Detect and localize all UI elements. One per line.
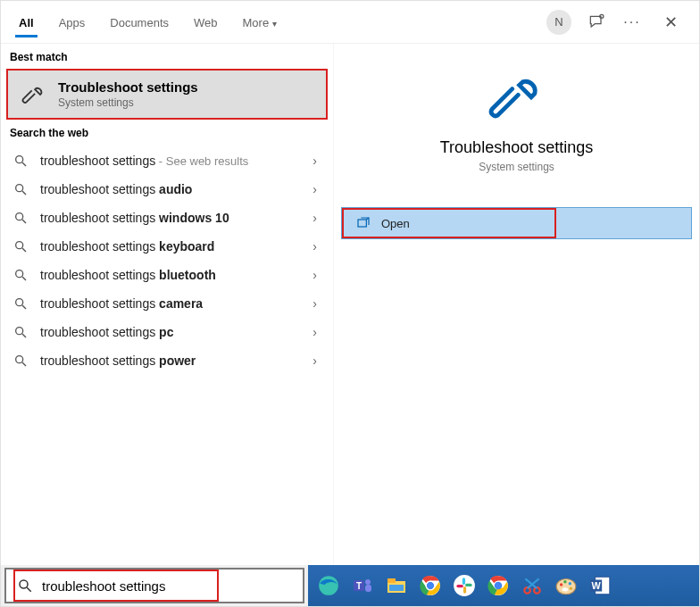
chevron-right-icon[interactable]: › (307, 296, 322, 311)
chevron-right-icon[interactable]: › (307, 239, 322, 254)
svg-rect-34 (463, 586, 466, 594)
svg-line-10 (22, 277, 26, 280)
svg-rect-17 (358, 220, 366, 227)
search-icon (13, 211, 28, 225)
svg-line-14 (22, 334, 26, 337)
best-match-subtitle: System settings (58, 96, 198, 109)
web-result-label: troubleshoot settings windows 10 (40, 211, 295, 225)
search-icon (13, 268, 28, 282)
svg-point-43 (560, 583, 562, 586)
chevron-right-icon[interactable]: › (307, 325, 322, 339)
chevron-right-icon[interactable]: › (307, 353, 322, 368)
best-match-result[interactable]: Troubleshoot settings System settings (6, 69, 328, 120)
wrench-icon (488, 69, 546, 126)
search-icon (13, 325, 28, 339)
web-result-item[interactable]: troubleshoot settings audio › (1, 175, 333, 204)
svg-rect-26 (388, 578, 396, 583)
svg-line-12 (22, 305, 26, 309)
bottom-bar: T W (1, 565, 699, 606)
svg-rect-27 (389, 585, 404, 591)
svg-line-4 (22, 191, 26, 195)
taskbar-chrome-icon[interactable] (415, 570, 446, 601)
taskbar-chrome-alt-icon[interactable] (483, 570, 513, 601)
open-label: Open (381, 217, 410, 230)
svg-point-18 (20, 580, 28, 588)
svg-rect-35 (456, 585, 463, 587)
svg-point-9 (16, 270, 23, 278)
web-result-item[interactable]: troubleshoot settings bluetooth › (1, 261, 333, 289)
web-result-item[interactable]: troubleshoot settings pc › (1, 318, 333, 346)
svg-point-37 (495, 582, 503, 590)
search-icon (17, 578, 33, 594)
svg-point-15 (16, 356, 23, 363)
svg-line-16 (22, 362, 26, 366)
svg-text:T: T (356, 581, 362, 591)
web-result-item[interactable]: troubleshoot settings windows 10 › (1, 204, 333, 232)
taskbar-word-icon[interactable]: W (585, 570, 615, 601)
header-actions: N ··· ✕ (546, 10, 692, 35)
search-icon (13, 353, 28, 368)
svg-line-6 (22, 220, 26, 223)
svg-point-0 (600, 14, 604, 18)
header: All Apps Documents Web More▾ N ··· ✕ (1, 1, 699, 44)
chevron-right-icon[interactable]: › (307, 268, 322, 282)
search-icon (13, 296, 28, 311)
detail-subtitle: System settings (345, 161, 688, 173)
detail-title: Troubleshoot settings (345, 138, 688, 157)
user-avatar[interactable]: N (546, 10, 571, 35)
search-icon (13, 182, 28, 196)
taskbar-explorer-icon[interactable] (381, 570, 412, 601)
svg-line-19 (27, 587, 31, 592)
chevron-right-icon[interactable]: › (307, 154, 322, 168)
feedback-icon[interactable] (586, 12, 607, 33)
svg-point-1 (16, 156, 23, 163)
svg-line-2 (22, 162, 26, 166)
chevron-right-icon[interactable]: › (307, 211, 322, 225)
web-result-label: troubleshoot settings pc (40, 325, 295, 339)
svg-point-11 (16, 299, 23, 306)
search-input[interactable] (42, 578, 217, 594)
svg-rect-24 (365, 585, 371, 592)
filter-tabs: All Apps Documents Web More▾ (8, 7, 546, 37)
tab-documents[interactable]: Documents (99, 7, 179, 37)
svg-point-13 (16, 328, 23, 335)
svg-point-7 (16, 242, 23, 249)
web-result-item[interactable]: troubleshoot settings power › (1, 346, 333, 375)
open-icon (356, 216, 371, 230)
taskbar-edge-icon[interactable] (313, 570, 344, 601)
svg-point-47 (562, 587, 569, 591)
close-button[interactable]: ✕ (657, 12, 685, 32)
tab-apps[interactable]: Apps (48, 7, 96, 37)
search-box[interactable] (4, 568, 304, 603)
detail-pane: Troubleshoot settings System settings Op… (333, 44, 699, 565)
web-section-label: Search the web (1, 120, 333, 145)
results-pane: Best match Troubleshoot settings System … (1, 44, 333, 565)
taskbar-teams-icon[interactable]: T (347, 570, 378, 601)
svg-rect-33 (465, 584, 472, 586)
tab-all[interactable]: All (8, 7, 45, 37)
best-match-title: Troubleshoot settings (58, 79, 198, 95)
web-result-item[interactable]: troubleshoot settings - See web results … (1, 146, 333, 175)
search-icon (13, 239, 28, 254)
svg-point-44 (563, 580, 566, 583)
taskbar-paint-icon[interactable] (551, 570, 581, 601)
web-result-label: troubleshoot settings - See web results (40, 154, 295, 168)
web-result-label: troubleshoot settings camera (40, 296, 295, 311)
more-options-icon[interactable]: ··· (621, 12, 643, 33)
chevron-right-icon[interactable]: › (307, 182, 322, 196)
taskbar-snip-icon[interactable] (517, 570, 547, 601)
web-result-item[interactable]: troubleshoot settings keyboard › (1, 232, 333, 261)
tab-web[interactable]: Web (183, 7, 229, 37)
svg-text:W: W (592, 580, 602, 591)
taskbar: T W (308, 565, 699, 606)
tab-more[interactable]: More▾ (232, 7, 288, 37)
web-result-item[interactable]: troubleshoot settings camera › (1, 289, 333, 318)
best-match-label: Best match (1, 44, 333, 69)
web-result-label: troubleshoot settings power (40, 353, 295, 368)
taskbar-slack-icon[interactable] (449, 570, 479, 601)
open-action[interactable]: Open (341, 207, 692, 239)
svg-point-5 (16, 213, 23, 220)
wrench-icon (21, 81, 47, 108)
svg-point-45 (569, 582, 571, 585)
web-result-label: troubleshoot settings bluetooth (40, 268, 295, 282)
